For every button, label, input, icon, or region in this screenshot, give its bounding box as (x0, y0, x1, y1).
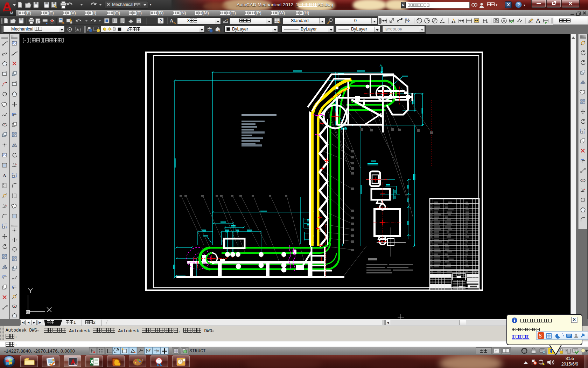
svg-text:’,: ’, (562, 333, 564, 336)
svg-text:A: A (380, 64, 382, 67)
svg-text:M: M (74, 363, 77, 366)
svg-text:S: S (539, 333, 542, 339)
svg-text:A: A (170, 18, 174, 23)
svg-text:!: ! (544, 363, 545, 365)
svg-text:A: A (537, 18, 539, 21)
svg-text:.1: .1 (497, 20, 499, 23)
svg-text:M: M (10, 11, 13, 15)
svg-text:?: ? (159, 18, 162, 23)
